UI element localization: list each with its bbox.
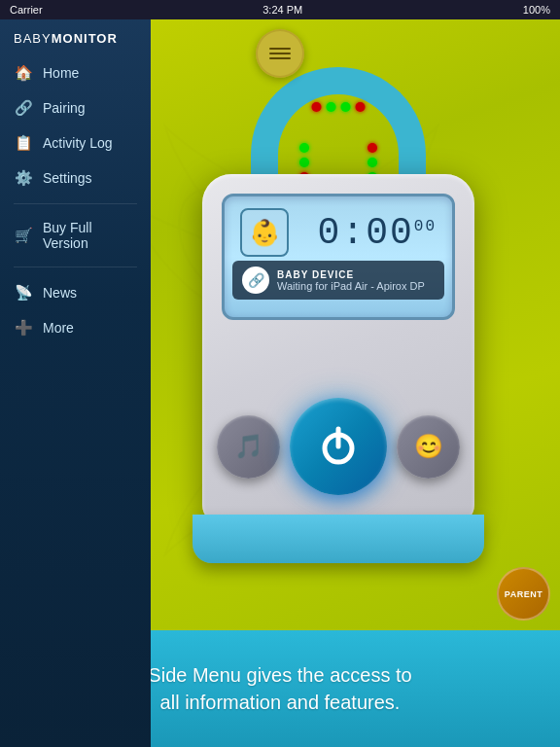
sidebar-divider-1 (14, 203, 137, 204)
caption-line-1: Side Menu gives the access to (148, 661, 411, 689)
timer-main: 0:00 (318, 212, 414, 254)
sidebar-pairing-label: Pairing (43, 100, 86, 116)
device-base (192, 515, 484, 563)
device-container: 👶 0:00 00 🔗 BABY DEVICE Wait (117, 10, 560, 630)
sidebar-item-settings[interactable]: ⚙️ Settings (0, 160, 151, 196)
baby-device-icon: 🔗 (242, 267, 269, 294)
hamburger-line-1 (269, 48, 291, 50)
led-dot-green-1 (327, 102, 336, 112)
settings-icon: ⚙️ (14, 168, 33, 188)
music-icon: 🎵 (234, 433, 263, 460)
hamburger-line-2 (269, 53, 291, 54)
smile-icon: 😊 (414, 433, 443, 460)
news-icon: 📡 (14, 283, 33, 302)
more-icon: ➕ (14, 318, 33, 338)
device-buttons: 🎵 😊 (202, 398, 474, 495)
link-icon: 🔗 (248, 272, 264, 288)
baby-face-icon: 👶 (249, 218, 280, 248)
power-icon (315, 423, 362, 470)
led-dot-red-2 (356, 102, 366, 112)
sidebar-item-home[interactable]: 🏠 Home (0, 55, 151, 90)
buy-icon: 🛒 (14, 226, 33, 245)
app-title: BABYMONITOR (0, 19, 151, 55)
led-dot-right-2 (368, 158, 377, 167)
sidebar-divider-2 (14, 267, 137, 267)
sidebar-item-pairing[interactable]: 🔗 Pairing (0, 90, 151, 125)
sidebar-settings-label: Settings (43, 170, 92, 186)
led-dot-left-2 (299, 158, 309, 167)
timer-seconds: 00 (414, 218, 437, 235)
screen-status-bar: 🔗 BABY DEVICE Waiting for iPad Air - Api… (232, 261, 444, 300)
timer-display: 0:00 00 (318, 212, 437, 254)
pairing-icon: 🔗 (14, 98, 33, 118)
sidebar-item-activity-log[interactable]: 📋 Activity Log (0, 125, 151, 160)
parent-label: PARENT (505, 589, 542, 599)
hamburger-line-3 (269, 57, 291, 59)
caption-text: Side Menu gives the access to all inform… (109, 661, 450, 716)
baby-icon-screen: 👶 (240, 208, 289, 257)
sidebar-news-label: News (43, 285, 77, 301)
music-button[interactable]: 🎵 (217, 415, 280, 479)
led-dot-green-2 (341, 102, 351, 112)
sidebar-item-more[interactable]: ➕ More (0, 310, 151, 345)
screen-text: BABY DEVICE Waiting for iPad Air - Apiro… (277, 269, 425, 292)
menu-button[interactable] (256, 29, 304, 78)
led-dot-right-1 (368, 143, 377, 153)
time-label: 3:24 PM (262, 4, 302, 16)
sidebar-more-label: More (43, 320, 74, 336)
device-body: 👶 0:00 00 🔗 BABY DEVICE Wait (202, 174, 474, 524)
led-dot-red-1 (312, 102, 322, 112)
parent-badge: PARENT (497, 567, 550, 621)
sidebar-item-news[interactable]: 📡 News (0, 275, 151, 310)
sidebar-home-label: Home (43, 65, 79, 81)
battery-label: 100% (523, 4, 550, 16)
sidebar-activitylog-label: Activity Log (43, 135, 113, 151)
led-top-row (312, 102, 366, 112)
baby-monitor-device: 👶 0:00 00 🔗 BABY DEVICE Wait (183, 77, 494, 563)
sidebar-buyfull-label: Buy Full Version (43, 220, 137, 251)
sidebar-item-buy-full[interactable]: 🛒 Buy Full Version (0, 212, 151, 259)
led-dot-left-1 (299, 143, 309, 153)
device-status-label: Waiting for iPad Air - Apirox DP (277, 280, 425, 292)
home-icon: 🏠 (14, 63, 33, 83)
app-title-monitor: MONITOR (52, 31, 118, 46)
status-bar: Carrier 3:24 PM 100% (0, 0, 560, 19)
power-button[interactable] (290, 398, 387, 495)
screen-top: 👶 0:00 00 (225, 196, 452, 261)
activity-log-icon: 📋 (14, 133, 33, 153)
smile-button[interactable]: 😊 (397, 415, 460, 479)
caption-line-2: all information and features. (148, 689, 411, 716)
device-screen: 👶 0:00 00 🔗 BABY DEVICE Wait (222, 194, 455, 320)
carrier-label: Carrier (10, 4, 43, 16)
app-title-baby: BABY (14, 31, 52, 46)
sidebar: BABYMONITOR 🏠 Home 🔗 Pairing 📋 Activity … (0, 0, 151, 747)
device-title-label: BABY DEVICE (277, 269, 425, 280)
